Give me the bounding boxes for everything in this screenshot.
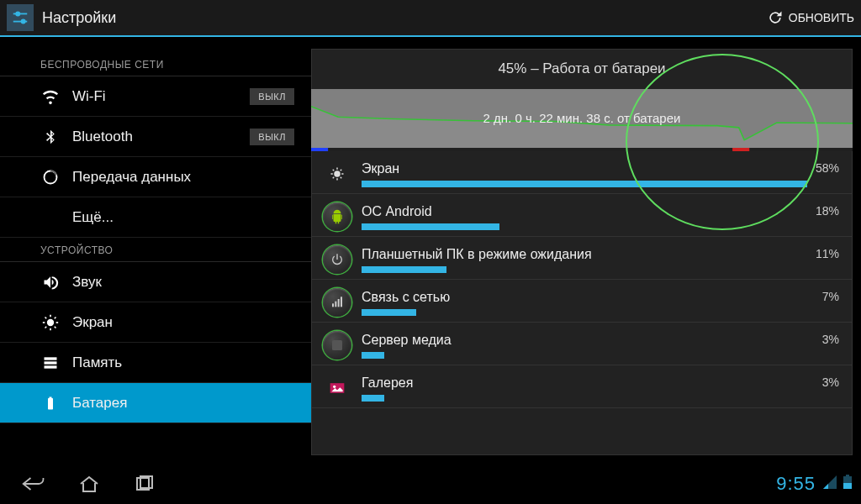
settings-app-icon (7, 4, 34, 31)
usage-item-bar (362, 309, 416, 316)
refresh-button[interactable]: ОБНОВИТЬ (767, 9, 854, 26)
svg-line-8 (45, 317, 47, 318)
status-clock[interactable]: 9:55 (776, 473, 816, 495)
usage-item[interactable]: Связь с сетью7% (311, 280, 853, 323)
bluetooth-label: Bluetooth (72, 129, 250, 145)
sidebar-item-display[interactable]: Экран (0, 302, 311, 343)
app-icon (323, 331, 351, 360)
more-label: Ещё... (72, 209, 294, 226)
usage-item-percent: 3% (822, 333, 839, 346)
usage-item-name: Сервер медиа (362, 333, 814, 348)
section-wireless: БЕСПРОВОДНЫЕ СЕТИ (0, 52, 311, 76)
usage-item-percent: 18% (816, 204, 839, 218)
svg-point-21 (334, 171, 341, 177)
recent-apps-button[interactable] (119, 467, 170, 501)
status-battery-icon (843, 475, 853, 493)
svg-rect-19 (311, 148, 328, 151)
android-icon (323, 202, 351, 231)
back-button[interactable] (8, 467, 59, 501)
svg-point-36 (333, 386, 335, 388)
usage-item[interactable]: Экран58% (311, 151, 853, 194)
svg-rect-31 (335, 302, 336, 307)
svg-rect-30 (332, 303, 334, 307)
bluetooth-toggle[interactable]: ВЫКЛ (250, 129, 294, 145)
signal-icon (323, 288, 351, 317)
svg-line-26 (333, 170, 335, 171)
signal-icon (822, 475, 837, 493)
blank-icon (40, 207, 61, 228)
usage-item-name: ОС Android (362, 204, 807, 219)
battery-header: 45% – Работа от батареи (311, 49, 853, 89)
svg-point-3 (22, 19, 25, 23)
home-button[interactable] (64, 467, 114, 501)
battery-chart[interactable]: 2 дн. 0 ч. 22 мин. 38 с. от батареи (311, 89, 853, 151)
sidebar-item-sound[interactable]: Звук (0, 262, 311, 302)
usage-item-percent: 3% (822, 375, 839, 389)
data-usage-icon (40, 167, 61, 187)
sidebar-item-bluetooth[interactable]: Bluetooth ВЫКЛ (0, 117, 311, 157)
svg-rect-16 (45, 365, 57, 368)
settings-sidebar: БЕСПРОВОДНЫЕ СЕТИ Wi-Fi ВЫКЛ Bluetooth В… (0, 37, 311, 464)
usage-item-percent: 58% (816, 161, 839, 175)
svg-rect-34 (332, 340, 342, 350)
battery-duration: 2 дн. 0 ч. 22 мин. 38 с. от батареи (311, 111, 853, 125)
svg-line-29 (341, 170, 342, 171)
bluetooth-icon (40, 127, 61, 147)
wifi-toggle[interactable]: ВЫКЛ (250, 88, 294, 105)
usage-item-bar (362, 181, 807, 187)
refresh-label: ОБНОВИТЬ (789, 11, 854, 24)
usage-item-name: Экран (362, 161, 807, 176)
svg-rect-20 (732, 148, 749, 151)
refresh-icon (767, 9, 784, 26)
display-icon (40, 312, 61, 333)
svg-rect-40 (846, 475, 849, 476)
svg-point-2 (16, 12, 19, 15)
usage-item-name: Связь с сетью (362, 290, 814, 305)
sidebar-item-battery[interactable]: Батарея (0, 383, 311, 423)
svg-line-9 (55, 326, 56, 328)
usage-item-percent: 11% (816, 247, 839, 260)
usage-item[interactable]: ОС Android18% (311, 194, 853, 237)
wifi-label: Wi-Fi (72, 88, 250, 105)
page-title: Настройки (42, 9, 116, 27)
svg-line-28 (333, 177, 335, 179)
sliders-icon (11, 8, 29, 27)
action-bar: Настройки ОБНОВИТЬ (0, 0, 861, 37)
svg-point-5 (47, 318, 54, 325)
sidebar-item-wifi[interactable]: Wi-Fi ВЫКЛ (0, 76, 311, 117)
battery-panel: 45% – Работа от батареи 2 дн. 0 ч. 22 ми… (311, 49, 853, 455)
sidebar-item-more[interactable]: Ещё... (0, 197, 311, 238)
usage-item[interactable]: Сервер медиа3% (311, 323, 853, 365)
sidebar-item-data-usage[interactable]: Передача данных (0, 157, 311, 197)
svg-rect-32 (338, 299, 340, 307)
sound-label: Звук (72, 274, 294, 291)
gallery-icon (323, 374, 351, 402)
usage-item-bar (362, 266, 446, 273)
sound-icon (40, 272, 61, 292)
usage-item-name: Планшетный ПК в режиме ожидания (362, 247, 807, 262)
data-usage-label: Передача данных (72, 169, 294, 186)
svg-rect-18 (311, 148, 853, 151)
usage-item[interactable]: Планшетный ПК в режиме ожидания11% (311, 237, 853, 280)
svg-rect-33 (341, 297, 342, 307)
usage-item-bar (362, 395, 384, 402)
battery-label: Батарея (72, 395, 294, 412)
svg-rect-14 (45, 357, 57, 360)
sidebar-item-storage[interactable]: Память (0, 343, 311, 383)
usage-item[interactable]: Галерея3% (311, 365, 853, 408)
battery-icon (40, 393, 61, 413)
usage-item-name: Галерея (362, 375, 814, 391)
wifi-icon (40, 87, 61, 107)
usage-item-bar (362, 223, 499, 230)
section-device: УСТРОЙСТВО (0, 238, 311, 262)
battery-usage-list: Экран58%ОС Android18%Планшетный ПК в реж… (311, 151, 853, 455)
svg-line-12 (45, 326, 47, 328)
svg-rect-41 (843, 483, 852, 489)
svg-rect-15 (45, 361, 57, 364)
storage-icon (40, 353, 61, 373)
brightness-icon (323, 160, 351, 188)
usage-item-percent: 7% (822, 290, 839, 303)
svg-line-27 (341, 177, 342, 179)
system-nav-bar: 9:55 (0, 464, 861, 504)
power-icon (323, 245, 351, 274)
